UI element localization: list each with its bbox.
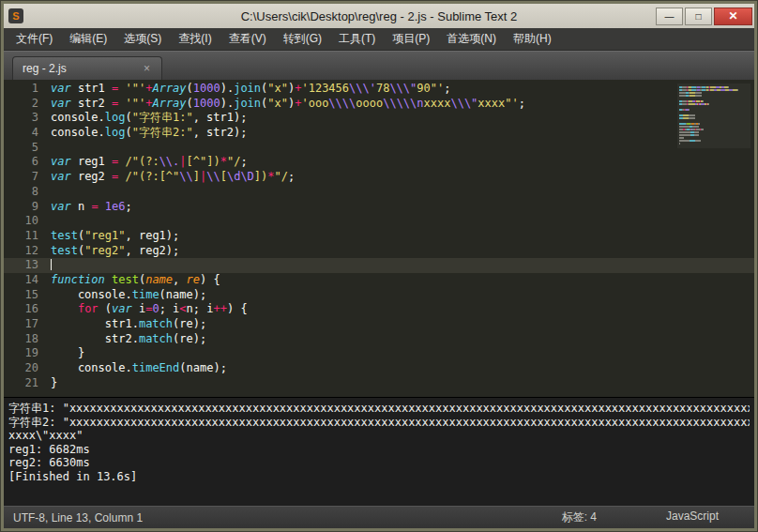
line-number: 20 — [4, 361, 51, 376]
menu-bar: 文件(F)编辑(E)选项(S)查找(I)查看(V)转到(G)工具(T)项目(P)… — [4, 28, 754, 51]
line-number: 6 — [4, 155, 51, 170]
menu-item[interactable]: 转到(G) — [275, 28, 330, 50]
status-position: UTF-8, Line 13, Column 1 — [13, 511, 562, 524]
code-text: for (var i=0; i<n; i++) { — [51, 302, 248, 317]
menu-item[interactable]: 文件(F) — [8, 28, 61, 50]
code-text: var reg1 = /"(?:\\.|[^"])*"/; — [51, 155, 248, 170]
line-number: 11 — [4, 229, 51, 244]
close-button[interactable]: ✕ — [714, 8, 752, 25]
menu-item[interactable]: 项目(P) — [384, 28, 438, 50]
line-number: 1 — [4, 82, 51, 97]
tab-reg-2-js[interactable]: reg - 2.js × — [12, 56, 162, 80]
line-number: 2 — [4, 97, 51, 112]
line-number: 16 — [4, 302, 51, 317]
menu-item[interactable]: 工具(T) — [330, 28, 384, 50]
code-text: var str1 = '"'+Array(1000).join("x")+'12… — [51, 82, 450, 97]
code-line[interactable]: 11test("reg1", reg1); — [4, 229, 754, 244]
code-line[interactable]: 14function test(name, re) { — [4, 273, 754, 288]
window-title: C:\Users\cik\Desktop\reg\reg - 2.js - Su… — [4, 9, 754, 23]
output-line: 字符串2: "xxxxxxxxxxxxxxxxxxxxxxxxxxxxxxxxx… — [8, 416, 750, 430]
title-bar[interactable]: S C:\Users\cik\Desktop\reg\reg - 2.js - … — [4, 4, 754, 28]
output-line: 字符串1: "xxxxxxxxxxxxxxxxxxxxxxxxxxxxxxxxx… — [8, 402, 750, 416]
code-line[interactable]: 4console.log("字符串2:", str2); — [4, 126, 754, 141]
output-panel[interactable]: 字符串1: "xxxxxxxxxxxxxxxxxxxxxxxxxxxxxxxxx… — [4, 397, 754, 506]
menu-item[interactable]: 查找(I) — [170, 28, 220, 50]
line-number: 12 — [4, 244, 51, 259]
code-line[interactable]: 5 — [4, 141, 754, 156]
text-caret — [51, 259, 52, 270]
code-text: } — [51, 376, 57, 391]
line-number: 7 — [4, 170, 51, 185]
menu-item[interactable]: 帮助(H) — [505, 28, 560, 50]
app-window: S C:\Users\cik\Desktop\reg\reg - 2.js - … — [0, 0, 758, 532]
line-number: 19 — [4, 346, 51, 361]
code-line[interactable]: 17 str1.match(re); — [4, 317, 754, 332]
code-line[interactable]: 13 — [4, 258, 754, 273]
line-number: 10 — [4, 214, 51, 229]
code-text: str1.match(re); — [51, 317, 206, 332]
code-text: } — [51, 346, 84, 361]
code-line[interactable]: 19 } — [4, 346, 754, 361]
code-text: console.log("字符串2:", str2); — [51, 126, 247, 141]
menu-item[interactable]: 首选项(N) — [438, 28, 505, 50]
code-line[interactable]: 8 — [4, 185, 754, 200]
code-line[interactable]: 9var n = 1e6; — [4, 200, 754, 215]
code-text: test("reg1", reg1); — [51, 229, 179, 244]
code-text: function test(name, re) { — [51, 273, 220, 288]
code-line[interactable]: 10 — [4, 214, 754, 229]
code-text: var n = 1e6; — [51, 200, 132, 215]
line-number: 14 — [4, 273, 51, 288]
status-bar: UTF-8, Line 13, Column 1 标签: 4 JavaScrip… — [4, 506, 754, 528]
code-line[interactable]: 15 console.time(name); — [4, 288, 754, 303]
output-line: [Finished in 13.6s] — [8, 470, 750, 484]
code-line[interactable]: 18 str2.match(re); — [4, 332, 754, 347]
output-line: xxxx\"xxxx" — [8, 429, 750, 443]
tab-label: reg - 2.js — [23, 62, 67, 75]
line-number: 8 — [4, 185, 51, 200]
code-area: 1var str1 = '"'+Array(1000).join("x")+'1… — [4, 82, 754, 390]
sublime-app-icon: S — [8, 8, 23, 23]
code-text: test("reg2", reg2); — [51, 244, 179, 259]
tab-close-icon[interactable]: × — [142, 62, 152, 75]
line-number: 9 — [4, 200, 51, 215]
code-line[interactable]: 16 for (var i=0; i<n; i++) { — [4, 302, 754, 317]
code-line[interactable]: 12test("reg2", reg2); — [4, 244, 754, 259]
output-line: reg2: 6630ms — [8, 456, 750, 470]
minimap[interactable] — [677, 84, 750, 148]
tab-bar: reg - 2.js × — [4, 51, 754, 80]
code-line[interactable]: 6var reg1 = /"(?:\\.|[^"])*"/; — [4, 155, 754, 170]
code-line[interactable]: 20 console.timeEnd(name); — [4, 361, 754, 376]
maximize-button[interactable]: □ — [685, 8, 712, 25]
code-text: console.log("字符串1:", str1); — [51, 111, 247, 126]
menu-item[interactable]: 查看(V) — [220, 28, 275, 50]
code-editor[interactable]: 1var str1 = '"'+Array(1000).join("x")+'1… — [4, 80, 754, 397]
code-line[interactable]: 7var reg2 = /"(?:[^"\\]|\\[\d\D])*"/; — [4, 170, 754, 185]
line-number: 17 — [4, 317, 51, 332]
window-controls: — □ ✕ — [656, 8, 752, 25]
output-line: reg1: 6682ms — [8, 443, 750, 457]
code-text: console.timeEnd(name); — [51, 361, 227, 376]
code-text: var str2 = '"'+Array(1000).join("x")+'oo… — [51, 97, 525, 112]
menu-item[interactable]: 编辑(E) — [61, 28, 115, 50]
line-number: 13 — [4, 258, 51, 273]
minimize-button[interactable]: — — [656, 8, 683, 25]
code-text: console.time(name); — [51, 288, 206, 303]
line-number: 18 — [4, 332, 51, 347]
line-number: 15 — [4, 288, 51, 303]
menu-item[interactable]: 选项(S) — [115, 28, 170, 50]
line-number: 4 — [4, 126, 51, 141]
line-number: 3 — [4, 111, 51, 126]
code-text: str2.match(re); — [51, 332, 206, 347]
code-line[interactable]: 2var str2 = '"'+Array(1000).join("x")+'o… — [4, 97, 754, 112]
line-number: 21 — [4, 376, 51, 391]
status-tab-size[interactable]: 标签: 4 — [562, 509, 597, 525]
status-right: 标签: 4 JavaScript — [562, 509, 745, 525]
code-line[interactable]: 1var str1 = '"'+Array(1000).join("x")+'1… — [4, 82, 754, 97]
status-syntax[interactable]: JavaScript — [666, 509, 719, 525]
code-line[interactable]: 3console.log("字符串1:", str1); — [4, 111, 754, 126]
code-text: var reg2 = /"(?:[^"\\]|\\[\d\D])*"/; — [51, 170, 295, 185]
line-number: 5 — [4, 141, 51, 156]
code-text — [51, 258, 52, 273]
code-line[interactable]: 21} — [4, 376, 754, 391]
